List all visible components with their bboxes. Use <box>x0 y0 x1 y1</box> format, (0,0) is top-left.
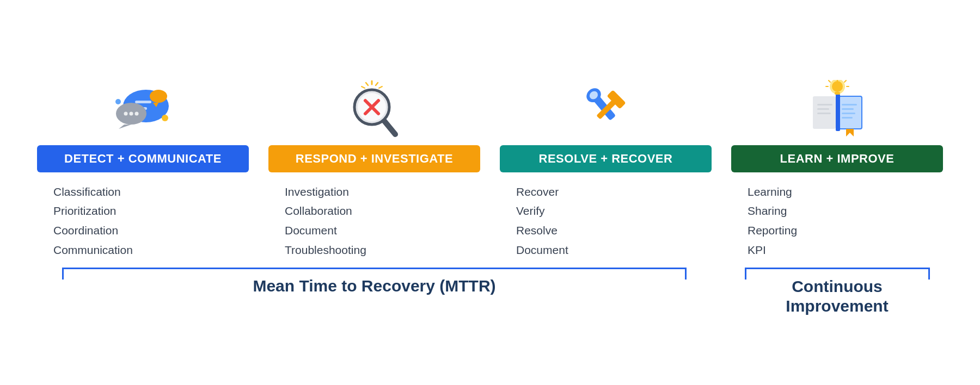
main-container: DETECT + COMMUNICATE Classification Prio… <box>27 69 953 316</box>
bottom-section: Mean Time to Recovery (MTTR) ContinuousI… <box>27 265 953 316</box>
learn-badge: LEARN + IMPROVE <box>731 145 943 172</box>
svg-line-13 <box>383 119 395 134</box>
svg-rect-32 <box>842 108 854 110</box>
svg-rect-30 <box>836 94 840 131</box>
svg-rect-35 <box>817 104 832 105</box>
list-item: Document <box>516 240 712 260</box>
svg-point-8 <box>134 111 138 115</box>
svg-point-9 <box>150 90 167 103</box>
svg-line-21 <box>362 86 365 88</box>
svg-point-6 <box>124 111 127 115</box>
list-item: Prioritization <box>53 201 249 221</box>
book-icon <box>807 80 867 140</box>
improvement-section: ContinuousImprovement <box>721 265 953 316</box>
list-item: Resolve <box>516 221 712 240</box>
list-item: Document <box>285 221 480 240</box>
list-item: Classification <box>53 182 249 202</box>
svg-point-40 <box>832 81 843 92</box>
svg-point-11 <box>162 115 168 121</box>
tools-icon <box>576 80 636 140</box>
resolve-items: Recover Verify Resolve Document <box>500 182 712 260</box>
learn-icon-area <box>807 69 867 140</box>
list-item: Coordination <box>53 221 249 240</box>
svg-rect-41 <box>835 92 840 95</box>
detect-items: Classification Prioritization Coordinati… <box>37 182 249 260</box>
resolve-badge: RESOLVE + RECOVER <box>500 145 712 172</box>
detect-badge: DETECT + COMMUNICATE <box>37 145 249 172</box>
learn-items: Learning Sharing Reporting KPI <box>731 182 943 260</box>
respond-icon-area <box>347 69 402 140</box>
detect-icon-area <box>111 69 176 140</box>
svg-rect-31 <box>842 104 857 105</box>
magnify-icon <box>347 80 402 140</box>
chat-icon <box>111 80 176 140</box>
list-item: Verify <box>516 201 712 221</box>
col-resolve: RESOLVE + RECOVER Recover Verify Resolve… <box>490 69 721 260</box>
list-item: Sharing <box>748 201 943 221</box>
svg-rect-34 <box>842 117 853 119</box>
svg-marker-5 <box>119 125 131 129</box>
respond-items: Investigation Collaboration Document Tro… <box>268 182 480 260</box>
mttr-label: Mean Time to Recovery (MTTR) <box>253 277 495 295</box>
col-learn: LEARN + IMPROVE Learning Sharing Reporti… <box>721 69 953 260</box>
list-item: Reporting <box>748 221 943 240</box>
col-detect: DETECT + COMMUNICATE Classification Prio… <box>27 69 259 260</box>
svg-rect-33 <box>842 113 855 114</box>
respond-badge: RESPOND + INVESTIGATE <box>268 145 480 172</box>
svg-line-43 <box>829 80 830 82</box>
list-item: Learning <box>748 182 943 202</box>
list-item: Communication <box>53 240 249 260</box>
svg-point-7 <box>129 111 133 115</box>
svg-rect-2 <box>135 101 151 103</box>
svg-marker-38 <box>846 129 854 136</box>
mttr-bracket <box>62 268 687 269</box>
columns-row: DETECT + COMMUNICATE Classification Prio… <box>27 69 953 260</box>
resolve-icon-area <box>576 69 636 140</box>
svg-line-22 <box>379 86 382 88</box>
improvement-label: ContinuousImprovement <box>786 277 888 316</box>
svg-line-44 <box>844 80 846 82</box>
svg-point-12 <box>115 99 121 104</box>
list-item: Investigation <box>285 182 480 202</box>
svg-rect-36 <box>817 108 829 110</box>
list-item: KPI <box>748 240 943 260</box>
svg-rect-37 <box>817 113 831 114</box>
mttr-section: Mean Time to Recovery (MTTR) <box>27 265 721 316</box>
improvement-bracket <box>745 268 930 269</box>
svg-line-19 <box>366 83 368 85</box>
col-respond: RESPOND + INVESTIGATE Investigation Coll… <box>259 69 490 260</box>
list-item: Recover <box>516 182 712 202</box>
svg-line-20 <box>376 83 378 85</box>
list-item: Troubleshooting <box>285 240 480 260</box>
list-item: Collaboration <box>285 201 480 221</box>
